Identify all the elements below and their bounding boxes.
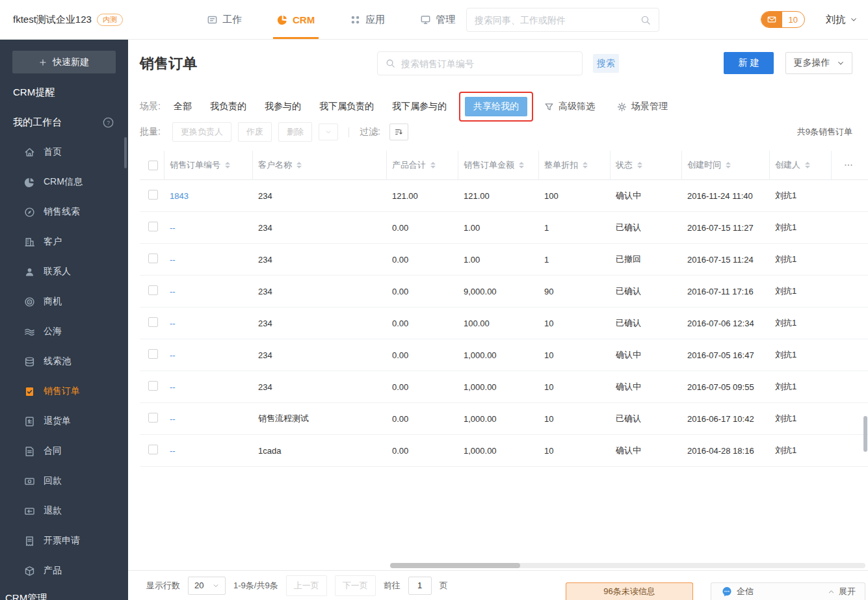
cell-order_no[interactable]: -- bbox=[164, 255, 253, 265]
sidebar-item[interactable]: 退货单 bbox=[0, 406, 128, 436]
row-checkbox[interactable] bbox=[148, 317, 158, 327]
user-menu[interactable]: 刘抗 bbox=[826, 0, 858, 39]
table-row[interactable]: --2340.009,000.0090已确认2016-07-11 17:16刘抗… bbox=[140, 276, 868, 307]
sort-icon[interactable] bbox=[805, 162, 810, 168]
row-checkbox[interactable] bbox=[148, 222, 158, 231]
cell-order_no[interactable]: -- bbox=[164, 350, 253, 360]
row-checkbox[interactable] bbox=[148, 413, 158, 423]
horizontal-scrollbar-thumb[interactable] bbox=[390, 563, 520, 568]
sidebar-item[interactable]: 开票申请 bbox=[0, 526, 128, 556]
scene-tab[interactable]: 我下属负责的 bbox=[319, 101, 374, 112]
table-row[interactable]: --2340.00100.0010已确认2016-07-06 12:34刘抗1 bbox=[140, 307, 868, 339]
cell-order_no[interactable]: 1843 bbox=[164, 191, 253, 201]
topbar-nav-item[interactable]: 管理 bbox=[420, 0, 455, 39]
column-header[interactable]: 创建人 bbox=[770, 151, 832, 180]
column-settings-icon[interactable] bbox=[843, 160, 854, 170]
table-row[interactable]: --2340.001.001已撤回2016-07-15 11:24刘抗1 bbox=[140, 244, 868, 276]
table-row[interactable]: --2340.001,000.0010确认中2016-07-05 09:55刘抗… bbox=[140, 371, 868, 403]
im-button[interactable]: 企信 bbox=[711, 586, 754, 597]
scene-tab[interactable]: 我参与的 bbox=[265, 101, 301, 112]
cell-order_no[interactable]: -- bbox=[164, 319, 253, 328]
sort-icon[interactable] bbox=[637, 162, 642, 168]
sidebar-item[interactable]: 退款 bbox=[0, 496, 128, 526]
vertical-scrollbar-thumb[interactable] bbox=[863, 416, 867, 452]
sort-icon[interactable] bbox=[430, 162, 436, 168]
sort-icon[interactable] bbox=[296, 162, 302, 168]
sort-icon[interactable] bbox=[583, 162, 588, 168]
scene-tab[interactable]: 共享给我的 bbox=[465, 97, 527, 116]
quick-create-button[interactable]: 快速新建 bbox=[12, 51, 116, 73]
table-row[interactable]: 1843234121.00121.00100确认中2016-11-24 11:4… bbox=[140, 180, 868, 212]
search-button[interactable]: 搜索 bbox=[593, 54, 619, 73]
row-checkbox[interactable] bbox=[148, 190, 158, 200]
table-row[interactable]: --销售流程测试0.001,000.0010已确认2016-06-17 10:4… bbox=[140, 403, 868, 435]
sort-icon[interactable] bbox=[225, 162, 230, 168]
batch-action-button[interactable]: 作废 bbox=[238, 122, 272, 142]
horizontal-scrollbar[interactable] bbox=[390, 563, 865, 568]
cell-order_no[interactable]: -- bbox=[164, 446, 253, 456]
scene-tab[interactable]: 我负责的 bbox=[210, 101, 246, 112]
scene-manage-button[interactable]: 场景管理 bbox=[617, 101, 668, 112]
sidebar-item[interactable]: 线索池 bbox=[0, 346, 128, 376]
cell-order_no[interactable]: -- bbox=[164, 382, 253, 392]
search-icon[interactable] bbox=[640, 15, 651, 25]
sidebar-section-workbench[interactable]: 我的工作台 ? bbox=[0, 107, 128, 137]
next-page-button[interactable]: 下一页 bbox=[335, 575, 376, 596]
table-row[interactable]: --1cada0.001,000.0010确认中2016-04-28 18:16… bbox=[140, 435, 868, 467]
sort-icon[interactable] bbox=[726, 162, 731, 168]
column-header[interactable]: 销售订单编号 bbox=[164, 151, 253, 180]
scene-tab[interactable]: 全部 bbox=[174, 101, 192, 112]
batch-action-button[interactable]: 删除 bbox=[278, 122, 312, 142]
cell-order_no[interactable]: -- bbox=[164, 223, 253, 233]
topbar-nav-item[interactable]: CRM bbox=[277, 0, 315, 39]
select-all-checkbox[interactable] bbox=[148, 161, 158, 170]
row-checkbox[interactable] bbox=[148, 445, 158, 454]
column-header[interactable]: 整单折扣 bbox=[539, 151, 611, 180]
column-header[interactable]: 客户名称 bbox=[253, 151, 387, 180]
page-number-input[interactable] bbox=[408, 577, 432, 595]
filter-button[interactable] bbox=[389, 124, 408, 140]
sidebar-item[interactable]: 首页 bbox=[0, 137, 128, 167]
column-header[interactable]: 状态 bbox=[611, 151, 682, 180]
row-checkbox[interactable] bbox=[148, 349, 158, 359]
table-row[interactable]: --2340.001,000.0010确认中2016-07-05 16:47刘抗… bbox=[140, 339, 868, 371]
column-header[interactable]: 创建时间 bbox=[682, 151, 770, 180]
global-search-input[interactable] bbox=[475, 15, 635, 25]
sidebar-item[interactable]: 合同 bbox=[0, 436, 128, 466]
sidebar-section-crm-manage[interactable]: CRM管理 bbox=[0, 586, 128, 600]
sidebar-item[interactable]: 销售订单 bbox=[0, 376, 128, 406]
sidebar-item[interactable]: 公海 bbox=[0, 317, 128, 346]
expand-button[interactable]: 展开 bbox=[828, 586, 865, 597]
topbar-nav-item[interactable]: 工作 bbox=[207, 0, 242, 39]
row-checkbox[interactable] bbox=[148, 254, 158, 263]
new-order-button[interactable]: 新 建 bbox=[724, 52, 774, 74]
batch-action-button[interactable]: 更换负责人 bbox=[172, 122, 231, 142]
sort-icon[interactable] bbox=[519, 162, 524, 168]
sidebar-item[interactable]: 回款 bbox=[0, 466, 128, 496]
topbar-nav-item[interactable]: 应用 bbox=[350, 0, 385, 39]
sidebar-item[interactable]: 销售线索 bbox=[0, 197, 128, 227]
row-checkbox[interactable] bbox=[148, 285, 158, 295]
prev-page-button[interactable]: 上一页 bbox=[286, 575, 327, 596]
row-checkbox[interactable] bbox=[148, 381, 158, 391]
batch-more-button[interactable] bbox=[319, 124, 338, 140]
sidebar-scrollbar[interactable] bbox=[124, 137, 127, 168]
column-header[interactable]: 销售订单金额 bbox=[458, 151, 539, 180]
sidebar-section-crm-reminder[interactable]: CRM提醒 bbox=[0, 77, 128, 107]
more-actions-button[interactable]: 更多操作 bbox=[785, 52, 852, 74]
sidebar-item[interactable]: 商机 bbox=[0, 287, 128, 317]
scene-tab[interactable]: 我下属参与的 bbox=[392, 101, 447, 112]
help-icon[interactable]: ? bbox=[103, 117, 114, 128]
advanced-filter-button[interactable]: 高级筛选 bbox=[544, 101, 595, 112]
message-badge[interactable]: 10 bbox=[761, 11, 805, 28]
column-header[interactable]: 产品合计 bbox=[387, 151, 458, 180]
unread-messages-button[interactable]: 96条未读信息 bbox=[566, 582, 693, 600]
cell-order_no[interactable]: -- bbox=[164, 414, 253, 424]
sidebar-item[interactable]: CRM信息 bbox=[0, 167, 128, 197]
order-search-input[interactable] bbox=[401, 59, 574, 69]
cell-order_no[interactable]: -- bbox=[164, 287, 253, 296]
sidebar-item[interactable]: 产品 bbox=[0, 556, 128, 586]
page-size-select[interactable]: 20 bbox=[188, 577, 226, 595]
sidebar-item[interactable]: 联系人 bbox=[0, 257, 128, 287]
sidebar-item[interactable]: 客户 bbox=[0, 227, 128, 257]
